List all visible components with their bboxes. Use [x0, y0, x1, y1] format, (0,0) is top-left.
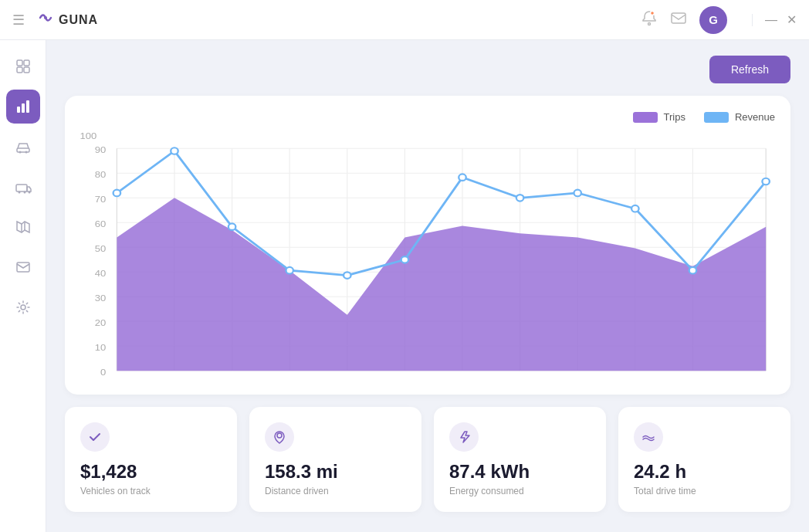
svg-text:Mar 12: Mar 12 — [276, 378, 304, 379]
svg-text:Apr 18: Apr 18 — [506, 378, 533, 379]
minimize-button[interactable]: — — [765, 14, 777, 26]
svg-text:May 12: May 12 — [678, 378, 708, 379]
svg-point-68 — [762, 178, 769, 185]
stat-value-energy: 87.4 kWh — [449, 461, 591, 483]
chart-container: 0 10 20 30 40 50 60 70 80 90 100 — [80, 132, 775, 379]
svg-point-64 — [516, 195, 523, 202]
logo-icon — [37, 9, 54, 30]
svg-text:60: 60 — [95, 219, 107, 229]
sidebar-item-mail[interactable] — [6, 250, 40, 284]
svg-text:May 27: May 27 — [751, 378, 775, 379]
svg-text:Apr 21: Apr 21 — [564, 378, 591, 379]
svg-point-1 — [648, 23, 651, 25]
svg-point-67 — [689, 267, 696, 274]
svg-text:May 2: May 2 — [623, 378, 648, 379]
sidebar-item-settings[interactable] — [6, 290, 40, 324]
svg-text:Apr 1: Apr 1 — [394, 378, 415, 379]
svg-point-65 — [574, 190, 581, 197]
app-name: GUNA — [59, 13, 98, 27]
sidebar-item-map[interactable] — [6, 210, 40, 244]
stat-value-distance: 158.3 mi — [265, 461, 406, 483]
svg-rect-7 — [24, 67, 29, 73]
svg-text:50: 50 — [95, 243, 107, 253]
notification-icon[interactable] — [641, 9, 658, 30]
stat-label-distance: Distance driven — [265, 486, 406, 496]
sidebar-item-vehicles[interactable] — [6, 130, 40, 164]
stat-icon-energy — [449, 422, 479, 452]
svg-point-22 — [21, 305, 25, 310]
svg-text:Mar 1: Mar 1 — [105, 378, 128, 379]
svg-point-66 — [631, 205, 638, 212]
svg-point-60 — [286, 267, 293, 274]
stats-row: $1,428 Vehicles on track 158.3 mi Distan… — [65, 407, 790, 512]
svg-point-15 — [18, 191, 20, 194]
svg-text:100: 100 — [80, 132, 96, 141]
chart-legend: Trips Revenue — [80, 111, 775, 123]
svg-rect-3 — [672, 13, 685, 23]
svg-text:30: 30 — [95, 293, 107, 303]
refresh-button[interactable]: Refresh — [709, 56, 790, 83]
chart-card: Trips Revenue 0 10 20 30 40 50 60 70 — [65, 96, 790, 395]
svg-point-63 — [459, 174, 465, 181]
svg-rect-11 — [17, 148, 29, 152]
svg-rect-8 — [17, 107, 20, 113]
toolbar: Refresh — [65, 56, 790, 83]
svg-point-81 — [277, 433, 282, 438]
sidebar — [0, 40, 46, 532]
stat-icon-drivetime — [634, 422, 663, 452]
svg-rect-21 — [17, 263, 29, 272]
chart-svg: 0 10 20 30 40 50 60 70 80 90 100 — [80, 132, 775, 379]
svg-marker-18 — [17, 222, 29, 232]
sidebar-item-analytics[interactable] — [6, 90, 40, 124]
stat-icon-vehicles-on-track — [80, 422, 110, 452]
legend-trips-label: Trips — [664, 111, 685, 123]
window-controls: — ✕ — [752, 14, 797, 26]
svg-text:Mar 11: Mar 11 — [218, 378, 246, 379]
stat-card-vehicles: $1,428 Vehicles on track — [65, 407, 237, 512]
svg-point-61 — [344, 272, 350, 279]
svg-text:Mar 18: Mar 18 — [333, 378, 361, 379]
svg-point-12 — [19, 151, 21, 154]
svg-point-13 — [25, 151, 27, 154]
sidebar-item-fleet[interactable] — [6, 170, 40, 204]
svg-point-16 — [23, 191, 25, 194]
stat-label-energy: Energy consumed — [449, 486, 591, 496]
titlebar-left: ☰ GUNA — [12, 9, 641, 30]
stat-card-distance: 158.3 mi Distance driven — [249, 407, 421, 512]
svg-text:Mar 8: Mar 8 — [163, 378, 186, 379]
app-body: Refresh Trips Revenue 0 10 20 — [0, 40, 809, 532]
stat-icon-distance — [265, 422, 294, 452]
svg-text:Apr 12: Apr 12 — [449, 378, 476, 379]
svg-point-2 — [651, 12, 655, 15]
menu-icon[interactable]: ☰ — [12, 12, 25, 29]
svg-text:10: 10 — [95, 342, 107, 352]
sidebar-item-dashboard[interactable] — [6, 49, 40, 83]
stat-value-vehicles: $1,428 — [80, 461, 222, 483]
svg-point-17 — [28, 191, 30, 194]
titlebar: ☰ GUNA G — — [0, 0, 809, 40]
stat-card-drivetime: 24.2 h Total drive time — [618, 407, 790, 512]
main-content: Refresh Trips Revenue 0 10 20 — [46, 40, 809, 532]
svg-text:90: 90 — [95, 144, 107, 154]
svg-text:70: 70 — [95, 194, 107, 204]
svg-rect-10 — [26, 100, 29, 113]
stat-label-vehicles: Vehicles on track — [80, 486, 222, 496]
stat-label-drivetime: Total drive time — [634, 486, 775, 496]
legend-revenue-label: Revenue — [735, 111, 775, 123]
svg-point-57 — [113, 190, 120, 197]
legend-trips: Trips — [633, 111, 685, 123]
svg-rect-4 — [17, 60, 22, 66]
svg-point-62 — [401, 256, 408, 263]
mail-icon[interactable] — [670, 9, 687, 30]
close-button[interactable]: ✕ — [787, 14, 797, 26]
svg-rect-6 — [17, 67, 22, 73]
legend-trips-color — [633, 112, 658, 123]
svg-marker-56 — [117, 198, 766, 371]
legend-revenue-color — [704, 112, 729, 123]
svg-rect-5 — [24, 60, 29, 66]
logo-area: GUNA — [37, 9, 98, 30]
svg-text:20: 20 — [95, 317, 107, 327]
avatar[interactable]: G — [699, 6, 727, 34]
legend-revenue: Revenue — [704, 111, 775, 123]
svg-point-0 — [44, 16, 47, 19]
